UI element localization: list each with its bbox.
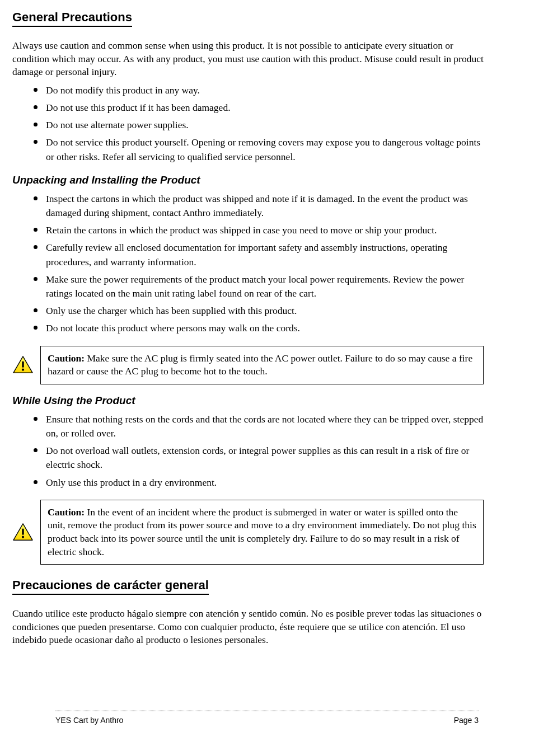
list-item: Do not use this product if it has been d… — [34, 101, 484, 115]
list-item: Retain the cartons in which the product … — [34, 223, 484, 237]
list-item: Ensure that nothing rests on the cords a… — [34, 412, 484, 440]
bullet-list-2: Inspect the cartons in which the product… — [12, 192, 484, 336]
caution-box-1: Caution: Make sure the AC plug is firmly… — [40, 346, 484, 384]
list-item: Make sure the power requirements of the … — [34, 273, 484, 300]
caution-box-2: Caution: In the event of an incident whe… — [40, 500, 484, 565]
paragraph-intro-1: Always use caution and common sense when… — [12, 39, 484, 79]
list-item: Do not service this product yourself. Op… — [34, 135, 484, 163]
footer-divider — [55, 711, 479, 711]
caution-callout-2: Caution: In the event of an incident whe… — [12, 500, 484, 565]
caution-label: Caution: — [48, 506, 85, 518]
list-item: Do not locate this product where persons… — [34, 321, 484, 335]
subheading-while-using: While Using the Product — [12, 395, 484, 407]
svg-point-3 — [22, 536, 24, 538]
section-heading-general-precautions: General Precautions — [12, 10, 132, 27]
list-item: Do not overload wall outlets, extension … — [34, 444, 484, 472]
list-item: Inspect the cartons in which the product… — [34, 192, 484, 220]
bullet-list-1: Do not modify this product in any way. D… — [12, 83, 484, 164]
subheading-unpacking: Unpacking and Installing the Product — [12, 174, 484, 186]
section-heading-precauciones: Precauciones de carácter general — [12, 578, 209, 595]
list-item: Only use the charger which has been supp… — [34, 304, 484, 318]
footer-page-number: Page 3 — [454, 716, 479, 725]
caution-label: Caution: — [48, 353, 85, 364]
caution-text: In the event of an incident where the pr… — [48, 506, 476, 557]
list-item: Only use this product in a dry environme… — [34, 476, 484, 490]
warning-icon — [12, 523, 34, 542]
svg-rect-2 — [22, 528, 24, 534]
warning-icon — [12, 355, 34, 374]
svg-point-1 — [22, 369, 24, 371]
caution-callout-1: Caution: Make sure the AC plug is firmly… — [12, 346, 484, 384]
list-item: Carefully review all enclosed documentat… — [34, 241, 484, 269]
footer-product-name: YES Cart by Anthro — [55, 716, 123, 725]
svg-rect-0 — [22, 361, 24, 368]
paragraph-intro-2: Cuando utilice este producto hágalo siem… — [12, 607, 484, 647]
list-item: Do not modify this product in any way. — [34, 83, 484, 97]
list-item: Do not use alternate power supplies. — [34, 118, 484, 132]
caution-text: Make sure the AC plug is firmly seated i… — [48, 353, 472, 377]
bullet-list-3: Ensure that nothing rests on the cords a… — [12, 412, 484, 490]
